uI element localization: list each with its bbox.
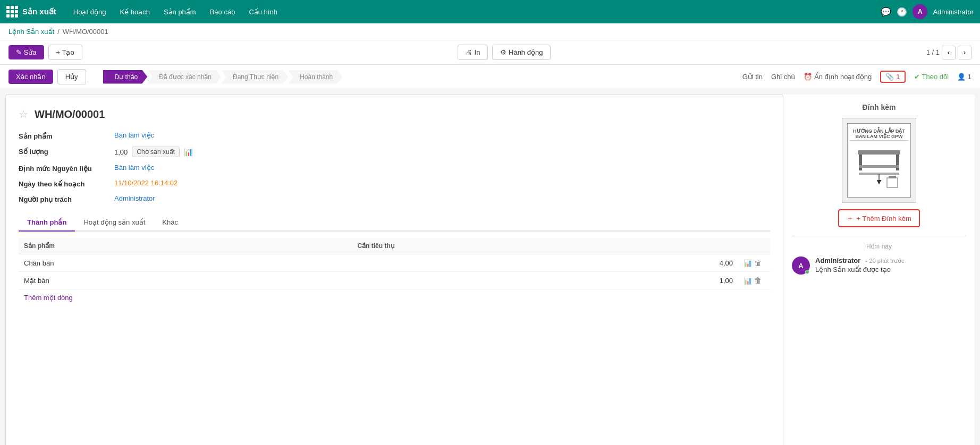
chat-time: - 20 phút trước [866,258,905,264]
table-row: Mặt bàn 1,00 📊 🗑 [19,272,770,289]
form-fields: Sản phẩm Bàn làm việc Số lượng 1,00 Chờ … [19,131,770,203]
tab-thanh-phan[interactable]: Thành phần [19,214,75,232]
col-can-tieu-thu: Cần tiêu thụ [352,238,738,254]
add-attach-row: ＋ + Thêm Đính kèm [792,209,966,227]
breadcrumb-parent[interactable]: Lệnh Sản xuất [9,28,54,36]
brand-title: Sản xuất [22,7,56,16]
menu-cau-hinh[interactable]: Cấu hình [242,5,284,19]
nguoi-label: Người phụ trách [19,194,114,203]
attachment-drawing: HƯỚNG DẪN LẮP ĐẶT BÀN LÀM VIỆC GPW [847,123,911,198]
dinh-muc-value[interactable]: Bàn làm việc [114,164,770,173]
add-attachment-button[interactable]: ＋ + Thêm Đính kèm [838,209,919,227]
cho-san-xuat-badge: Chờ sản xuất [132,147,180,157]
row1-delete-button[interactable]: 🗑 [754,259,762,267]
note-action[interactable]: Ghi chú [771,73,795,81]
row1-can-tieu-thu: 4,00 [352,254,738,272]
right-panel: Đính kèm HƯỚNG DẪN LẮP ĐẶT BÀN LÀM VIỆC … [783,95,975,445]
cancel-button[interactable]: Hủy [57,69,86,84]
row1-san-pham[interactable]: Chân bàn [19,254,352,272]
graph-icon[interactable]: 📊 [184,148,193,156]
breadcrumb-separator: / [57,28,60,36]
nguoi-value[interactable]: Administrator [114,194,770,203]
confirm-button[interactable]: Xác nhận [9,70,53,84]
tab-hoat-dong[interactable]: Hoạt động sản xuất [75,214,154,232]
topnav-right: 💬 🕐 A Administrator [881,4,974,19]
toolbar: ✎ Sửa + Tạo 🖨 In ⚙ Hành động 1 / 1 ‹ › [0,40,980,65]
clock-icon[interactable]: 🕐 [897,7,907,17]
print-button[interactable]: 🖨 In [458,45,488,60]
attach-badge[interactable]: 📎 1 [880,71,905,83]
plus-icon: ＋ [847,213,854,223]
create-button[interactable]: + Tạo [48,45,82,60]
row2-san-pham[interactable]: Mặt bàn [19,272,352,289]
so-luong-value: 1,00 [114,148,128,156]
chat-avatar: A [792,256,810,275]
chat-author: Administrator [815,256,860,264]
tab-khac[interactable]: Khác [154,214,187,232]
row2-graph-icon[interactable]: 📊 [744,277,752,285]
chat-icon[interactable]: 💬 [881,7,891,17]
form-panel: ☆ WH/MO/00001 Sản phẩm Bàn làm việc Số l… [5,95,783,445]
row2-actions: 📊 🗑 [738,272,770,289]
action-button[interactable]: ⚙ Hành động [492,45,551,60]
svg-rect-7 [889,176,896,178]
pager-text: 1 / 1 [926,48,940,56]
username[interactable]: Administrator [933,8,974,16]
stage-flow: Dự thảo Đã được xác nhận Đang Thực hiện … [103,70,343,84]
follow-button[interactable]: ✔ Theo dõi [914,73,949,81]
ngay-value[interactable]: 11/10/2022 16:14:02 [114,179,770,188]
checkmark-icon: ✔ [914,73,920,81]
svg-rect-2 [896,155,899,170]
status-bar: Xác nhận Hủy Dự thảo Đã được xác nhận Đa… [0,65,980,89]
col-san-pham: Sản phẩm [19,238,352,254]
svg-rect-6 [887,178,898,187]
attachment-preview[interactable]: HƯỚNG DẪN LẮP ĐẶT BÀN LÀM VIỆC GPW [842,118,916,203]
pager: 1 / 1 ‹ › [926,46,971,59]
menu-san-pham[interactable]: Sản phẩm [157,5,202,19]
app-grid-icon[interactable] [6,6,18,18]
furniture-diagram-svg [852,145,906,193]
svg-rect-0 [858,150,900,155]
dinh-muc-label: Định mức Nguyên liệu [19,164,114,173]
edit-button[interactable]: ✎ Sửa [9,45,44,59]
row2-delete-button[interactable]: 🗑 [754,276,762,285]
menu-ke-hoach[interactable]: Kế hoạch [113,5,156,19]
so-luong-row: 1,00 Chờ sản xuất 📊 [114,147,770,157]
breadcrumb-current: WH/MO/00001 [63,28,108,36]
send-message-action[interactable]: Gửi tin [742,73,763,81]
schedule-action[interactable]: ⏰ Ấn định hoạt động [804,73,872,81]
row2-can-tieu-thu: 1,00 [352,272,738,289]
avatar[interactable]: A [913,4,927,19]
san-pham-label: Sản phẩm [19,131,114,140]
row1-graph-icon[interactable]: 📊 [744,259,752,267]
pager-next[interactable]: › [958,46,971,59]
clock-small-icon: ⏰ [804,73,812,81]
stage-da-xac-nhan[interactable]: Đã được xác nhận [147,70,221,84]
ngay-label: Ngày theo kế hoạch [19,179,114,188]
stage-du-thao[interactable]: Dự thảo [103,70,148,84]
favorite-star-icon[interactable]: ☆ [19,108,28,121]
san-pham-value[interactable]: Bàn làm việc [114,131,770,140]
attach-title: Đính kèm [792,103,966,112]
paperclip-icon: 📎 [885,73,894,81]
menu-hoat-dong[interactable]: Hoạt động [67,5,113,19]
menu-bao-cao[interactable]: Báo cáo [204,5,242,19]
svg-rect-1 [859,155,862,170]
breadcrumb: Lệnh Sản xuất / WH/MO/00001 [0,23,980,40]
toolbar-right: 1 / 1 ‹ › [926,46,971,59]
components-table: Sản phẩm Cần tiêu thụ Chân bàn 4,00 📊 🗑 [19,238,770,289]
followers-count[interactable]: 👤 1 [957,73,971,81]
statusbar-right: Gửi tin Ghi chú ⏰ Ấn định hoạt động 📎 1 … [742,71,971,83]
chat-text: Lệnh Sản xuất được tạo [815,266,966,273]
attach-count: 1 [896,73,900,81]
chat-content: Administrator - 20 phút trước Lệnh Sản x… [815,256,966,275]
add-row-button[interactable]: Thêm một dòng [19,289,770,306]
so-luong-label: Số lượng [19,147,114,157]
stage-dang-thuc-hien[interactable]: Đang Thực hiện [221,70,288,84]
pager-prev[interactable]: ‹ [942,46,956,59]
table-row: Chân bàn 4,00 📊 🗑 [19,254,770,272]
row1-actions: 📊 🗑 [738,254,770,272]
online-indicator [805,270,809,274]
stage-hoan-thanh[interactable]: Hoàn thành [288,70,342,84]
svg-rect-3 [859,165,899,168]
